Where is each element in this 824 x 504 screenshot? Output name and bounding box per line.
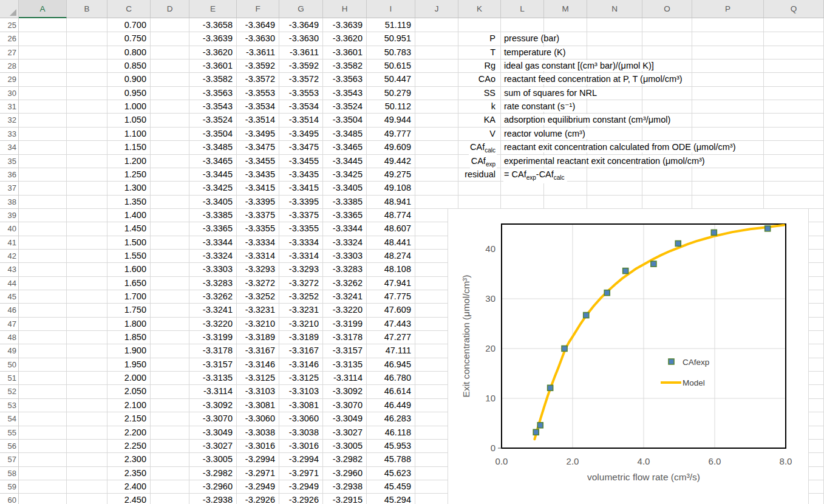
cell-H27[interactable]: -3.3601 [324,47,363,58]
cell-G56[interactable]: -3.3016 [281,440,319,451]
column-header-H[interactable]: H [323,0,367,18]
cell-E40[interactable]: -3.3365 [191,223,233,234]
cell-H42[interactable]: -3.3303 [324,250,363,261]
cell-G60[interactable]: -3.2926 [281,494,319,504]
cell-E37[interactable]: -3.3425 [191,182,233,193]
cell-I45[interactable]: 47.775 [368,291,411,302]
cell-C36[interactable]: 1.250 [109,169,146,180]
cell-E58[interactable]: -3.2982 [191,468,233,478]
cell-G38[interactable]: -3.3395 [281,196,319,207]
cell-I34[interactable]: 49.609 [368,141,411,152]
column-header-D[interactable]: D [151,0,189,18]
cell-G42[interactable]: -3.3314 [281,250,319,261]
cell-I38[interactable]: 48.941 [368,196,411,207]
cell-H36[interactable]: -3.3425 [324,169,363,180]
cell-H48[interactable]: -3.3178 [324,332,363,342]
definition-desc-row27[interactable]: temperature (K) [503,47,568,58]
definition-symbol-row26[interactable]: P [488,33,497,44]
cell-C53[interactable]: 2.100 [109,400,146,410]
scatter-marker[interactable] [711,230,717,235]
cell-G44[interactable]: -3.3272 [281,278,319,288]
cell-E34[interactable]: -3.3485 [191,141,233,152]
cell-C48[interactable]: 1.850 [109,332,146,342]
cell-H39[interactable]: -3.3365 [324,209,363,220]
cell-E44[interactable]: -3.3283 [191,278,233,288]
cell-C25[interactable]: 0.700 [109,19,146,30]
scatter-marker[interactable] [604,290,610,296]
cell-C35[interactable]: 1.200 [109,155,146,166]
cell-C55[interactable]: 2.200 [109,427,146,438]
cell-I49[interactable]: 47.111 [368,345,411,356]
cell-H53[interactable]: -3.3070 [324,400,363,410]
cell-G58[interactable]: -3.2971 [281,468,319,478]
cell-E30[interactable]: -3.3563 [191,87,233,98]
cell-I44[interactable]: 47.941 [368,278,411,288]
cell-F40[interactable]: -3.3355 [238,223,275,234]
row-header-26[interactable]: 26 [0,32,16,46]
cell-E43[interactable]: -3.3303 [191,264,233,274]
row-header-60[interactable]: 60 [0,494,16,504]
cell-C41[interactable]: 1.500 [109,237,146,248]
definition-symbol-row31[interactable]: k [490,101,497,112]
definition-desc-row34[interactable]: reactant exit concentration calculated f… [503,141,738,152]
cell-H41[interactable]: -3.3324 [324,237,363,248]
cell-F27[interactable]: -3.3611 [238,47,275,58]
legend-label-Model[interactable]: Model [683,378,705,387]
cell-F32[interactable]: -3.3514 [238,114,275,125]
cell-F56[interactable]: -3.3016 [238,440,275,451]
cell-H26[interactable]: -3.3620 [324,33,363,44]
cell-F43[interactable]: -3.3293 [238,264,275,274]
cell-H58[interactable]: -3.2960 [324,468,363,478]
legend-label-CAfexp[interactable]: CAfexp [683,358,709,367]
cell-C54[interactable]: 2.150 [109,413,146,424]
cell-F25[interactable]: -3.3649 [238,19,275,30]
cell-I41[interactable]: 48.441 [368,237,411,248]
cell-H40[interactable]: -3.3344 [324,223,363,234]
row-header-54[interactable]: 54 [0,412,16,426]
scatter-marker[interactable] [623,268,628,274]
cell-F50[interactable]: -3.3146 [238,359,275,370]
cell-I60[interactable]: 45.294 [368,494,411,504]
row-header-52[interactable]: 52 [0,385,16,398]
cell-F59[interactable]: -3.2949 [238,481,275,492]
cell-C58[interactable]: 2.350 [109,468,146,478]
cell-F47[interactable]: -3.3210 [238,318,275,329]
row-header-43[interactable]: 43 [0,263,16,276]
cell-G45[interactable]: -3.3252 [281,291,319,302]
cell-G59[interactable]: -3.2949 [281,481,319,492]
cell-F51[interactable]: -3.3125 [238,372,275,383]
model-line-series[interactable] [534,225,784,440]
cell-E51[interactable]: -3.3135 [191,372,233,383]
cell-E38[interactable]: -3.3405 [191,196,233,207]
cell-H34[interactable]: -3.3465 [324,141,363,152]
cell-C28[interactable]: 0.850 [109,60,146,71]
cell-F49[interactable]: -3.3167 [238,345,275,356]
definition-desc-row30[interactable]: sum of squares for NRL [503,87,599,98]
column-header-M[interactable]: M [544,0,587,18]
cell-C52[interactable]: 2.050 [109,386,146,397]
cell-C45[interactable]: 1.700 [109,291,146,302]
cell-G34[interactable]: -3.3475 [281,141,319,152]
column-header-J[interactable]: J [415,0,458,18]
cell-H57[interactable]: -3.2982 [324,454,363,465]
definition-symbol-row35[interactable]: CAfexp [470,155,497,170]
cell-C56[interactable]: 2.250 [109,440,146,451]
definition-symbol-row33[interactable]: V [488,128,497,139]
cell-F38[interactable]: -3.3395 [238,196,275,207]
cell-C46[interactable]: 1.750 [109,304,146,315]
row-header-41[interactable]: 41 [0,236,16,250]
row-header-44[interactable]: 44 [0,277,16,290]
row-header-28[interactable]: 28 [0,60,16,73]
cell-E27[interactable]: -3.3620 [191,47,233,58]
cell-C37[interactable]: 1.300 [109,182,146,193]
row-header-59[interactable]: 59 [0,480,16,494]
column-header-A[interactable]: A [19,0,67,18]
cell-I30[interactable]: 50.279 [368,87,411,98]
cell-C44[interactable]: 1.650 [109,278,146,288]
row-header-50[interactable]: 50 [0,358,16,372]
definition-desc-row26[interactable]: pressure (bar) [503,33,562,44]
cell-E39[interactable]: -3.3385 [191,209,233,220]
cell-I58[interactable]: 45.623 [368,468,411,478]
cell-H37[interactable]: -3.3405 [324,182,363,193]
cell-F35[interactable]: -3.3455 [238,155,275,166]
